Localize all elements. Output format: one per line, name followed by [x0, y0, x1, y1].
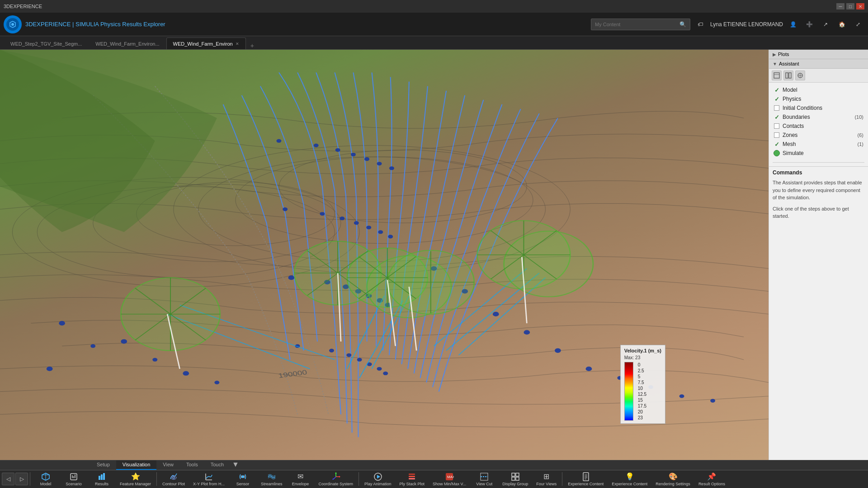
- svg-point-7: [198, 157, 546, 262]
- search-input[interactable]: [595, 22, 679, 27]
- toolbar-coordinate-system[interactable]: Coordinate System: [315, 471, 357, 487]
- svg-line-77: [307, 251, 368, 296]
- app-logo[interactable]: [4, 15, 22, 33]
- physics-check-icon: ✓: [774, 96, 780, 102]
- close-button[interactable]: ✕: [856, 3, 864, 9]
- toolbar-result-options[interactable]: 📌 Result Options: [695, 471, 729, 487]
- plots-label: Plots: [778, 52, 789, 57]
- toolbar-envelope[interactable]: ✉ Envelope: [287, 471, 314, 487]
- toolbar-feature-manager[interactable]: ⭐ Feature Manager: [116, 471, 155, 487]
- coordinate-system-label: Coordinate System: [318, 482, 353, 486]
- toolbar-experience-content[interactable]: 💡 Experience Content: [608, 471, 651, 487]
- toolbar-report[interactable]: Experience Content: [564, 471, 607, 487]
- expand-icon[interactable]: ⤢: [852, 18, 864, 31]
- vel-label-4: 12.5: [638, 391, 646, 397]
- main-area: 190000 Velocity.1 (m_s) Max: 23 23 20 17…: [0, 50, 868, 460]
- boundaries-check-icon: ✓: [774, 114, 780, 120]
- tab-2[interactable]: WED_Wind_Farm_Environ ✕: [166, 38, 246, 49]
- experience-content-label: Experience Content: [612, 482, 647, 486]
- result-options-label: Result Options: [698, 482, 725, 486]
- toolbar-tabs-arrow[interactable]: ▼: [230, 460, 241, 470]
- user-avatar-icon[interactable]: 👤: [787, 18, 799, 31]
- results-icon: [97, 472, 106, 481]
- toolbar-show-minmax[interactable]: MAX Show Min/Max V...: [429, 471, 470, 487]
- toolbar-four-views[interactable]: ⊞ Four Views: [533, 471, 560, 487]
- right-panel: ▶ Plots ▼ Assistant: [769, 50, 868, 460]
- checklist-item-contacts[interactable]: Contacts: [773, 122, 864, 131]
- velocity-labels: 23 20 17.5 15 12.5 10 7.5 5 2.5 0: [638, 362, 646, 421]
- toolbar-nav-next[interactable]: ▷: [15, 473, 28, 485]
- scenario-icon: [69, 472, 78, 481]
- svg-rect-121: [409, 474, 415, 475]
- tab-close-icon[interactable]: ✕: [236, 42, 239, 46]
- assist-icon-1[interactable]: [772, 70, 782, 80]
- assistant-header[interactable]: ▼ Assistant: [769, 59, 868, 69]
- checklist-item-mesh[interactable]: ✓ Mesh (1): [773, 140, 864, 149]
- search-box[interactable]: 🔍: [591, 19, 690, 30]
- svg-point-54: [47, 366, 53, 371]
- toolbar-tab-visualization[interactable]: Visualization: [116, 460, 157, 470]
- tab-1[interactable]: WED_Wind_Farm_Environ...: [89, 38, 166, 49]
- maximize-button[interactable]: □: [846, 3, 854, 9]
- show-minmax-icon: MAX: [445, 472, 454, 481]
- toolbar-tab-touch[interactable]: Touch: [204, 460, 230, 470]
- toolbar-tab-setup[interactable]: Setup: [90, 460, 116, 470]
- checklist-item-zones[interactable]: Zones (6): [773, 131, 864, 140]
- toolbar-xy-plot[interactable]: X-Y Plot from H...: [189, 471, 228, 487]
- plots-section[interactable]: ▶ Plots: [769, 50, 868, 59]
- toolbar-ply-stack-plot[interactable]: Ply Stack Plot: [396, 471, 429, 487]
- svg-marker-114: [339, 476, 340, 478]
- tab-add-button[interactable]: +: [246, 42, 259, 49]
- svg-point-10: [276, 139, 281, 143]
- toolbar-nav-prev[interactable]: ◁: [2, 473, 14, 485]
- home-icon[interactable]: 🏠: [835, 18, 848, 31]
- bookmark-icon[interactable]: 🏷: [694, 18, 707, 31]
- svg-point-41: [524, 330, 530, 334]
- toolbar-tab-tools[interactable]: Tools: [180, 460, 204, 470]
- svg-point-20: [343, 285, 349, 289]
- svg-point-33: [377, 367, 382, 371]
- app-title: 3DEXPERIENCE | SIMULIA Physics Results E…: [25, 21, 587, 28]
- assistant-section: ▼ Assistant ✓: [769, 59, 868, 460]
- assist-icon-3[interactable]: [795, 70, 805, 80]
- toolbar-tab-view[interactable]: View: [156, 460, 180, 470]
- assist-icon-2[interactable]: [783, 70, 793, 80]
- toolbar-view-cut[interactable]: View Cut: [471, 471, 498, 487]
- toolbar-rendering-settings[interactable]: 🎨 Rendering Settings: [652, 471, 694, 487]
- toolbar-display-group[interactable]: Display Group: [499, 471, 532, 487]
- checklist-item-model[interactable]: ✓ Model: [773, 85, 864, 94]
- toolbar-results[interactable]: Results: [88, 471, 115, 487]
- checklist-item-simulate[interactable]: Simulate: [773, 149, 864, 158]
- toolbar-contour-plot[interactable]: Contour Plot: [159, 471, 189, 487]
- title-bar-left: 3DEXPERIENCE: [4, 4, 42, 9]
- four-views-label: Four Views: [536, 482, 557, 486]
- svg-point-63: [121, 277, 220, 350]
- ply-stack-plot-icon: [407, 472, 416, 481]
- toolbar-scenario[interactable]: Scenario: [60, 471, 87, 487]
- toolbar-streamlines[interactable]: Streamlines: [257, 471, 286, 487]
- share-icon[interactable]: ↗: [819, 18, 832, 31]
- toolbar-sensor[interactable]: Sensor: [229, 471, 256, 487]
- svg-point-26: [364, 157, 369, 161]
- toolbar-play-animation[interactable]: Play Animation: [361, 471, 395, 487]
- checklist-item-physics[interactable]: ✓ Physics: [773, 94, 864, 103]
- add-icon[interactable]: ➕: [803, 18, 816, 31]
- svg-point-11: [283, 207, 288, 211]
- results-label: Results: [95, 482, 108, 486]
- title-bar-right: ─ □ ✕: [836, 3, 864, 9]
- tab-0[interactable]: WED_Step2_TGV_Site_Segm...: [4, 38, 89, 49]
- sensor-label: Sensor: [236, 482, 250, 486]
- svg-line-92: [522, 257, 527, 323]
- legend-container: 23 20 17.5 15 12.5 10 7.5 5 2.5 0: [624, 362, 661, 421]
- checklist-item-initial-conditions[interactable]: Initial Conditions: [773, 103, 864, 113]
- svg-line-88: [167, 314, 179, 369]
- minimize-button[interactable]: ─: [836, 3, 844, 9]
- svg-line-73: [135, 288, 206, 340]
- viewport[interactable]: 190000 Velocity.1 (m_s) Max: 23 23 20 17…: [0, 50, 769, 460]
- toolbar-model[interactable]: Model: [32, 471, 59, 487]
- toolbar-separator-0: [30, 472, 30, 486]
- mesh-check-icon: ✓: [774, 141, 780, 147]
- checklist-item-boundaries[interactable]: ✓ Boundaries (10): [773, 113, 864, 122]
- svg-point-51: [214, 380, 219, 384]
- vel-label-8: 2.5: [638, 368, 646, 374]
